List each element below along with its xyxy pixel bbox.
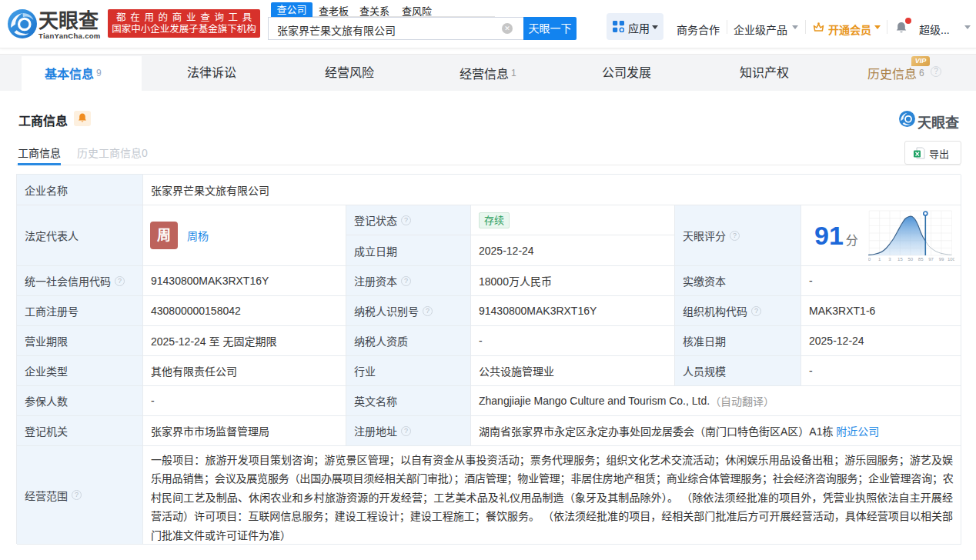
svg-text:15: 15 bbox=[897, 257, 903, 262]
svg-text:1: 1 bbox=[878, 257, 881, 262]
svg-text:97: 97 bbox=[928, 257, 934, 262]
svg-text:99: 99 bbox=[939, 257, 944, 262]
svg-text:50: 50 bbox=[907, 257, 913, 262]
svg-text:3: 3 bbox=[888, 257, 891, 262]
svg-text:100: 100 bbox=[948, 257, 954, 262]
svg-text:0: 0 bbox=[868, 257, 871, 262]
svg-text:85: 85 bbox=[918, 257, 924, 262]
